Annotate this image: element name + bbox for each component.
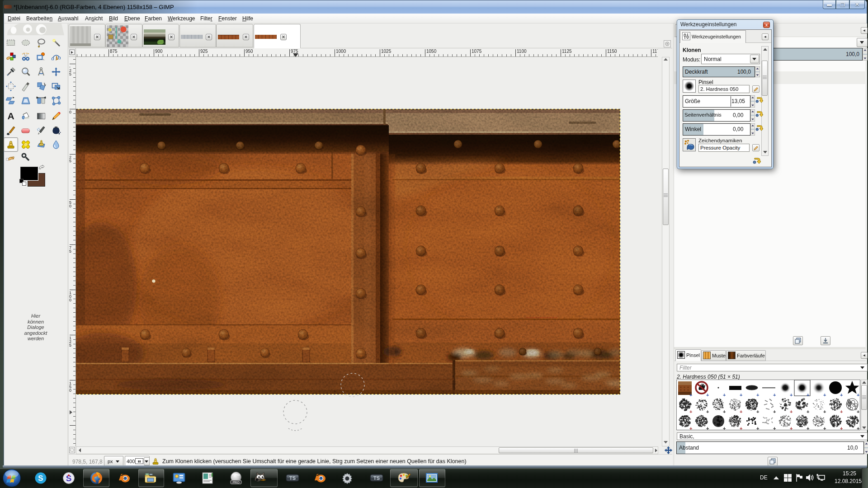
svg-text:S: S — [38, 474, 43, 483]
svg-text:PRO: PRO — [232, 481, 240, 484]
svg-text:TS: TS — [373, 475, 380, 481]
svg-text:A: A — [7, 111, 14, 121]
svg-text:TS: TS — [289, 475, 296, 481]
